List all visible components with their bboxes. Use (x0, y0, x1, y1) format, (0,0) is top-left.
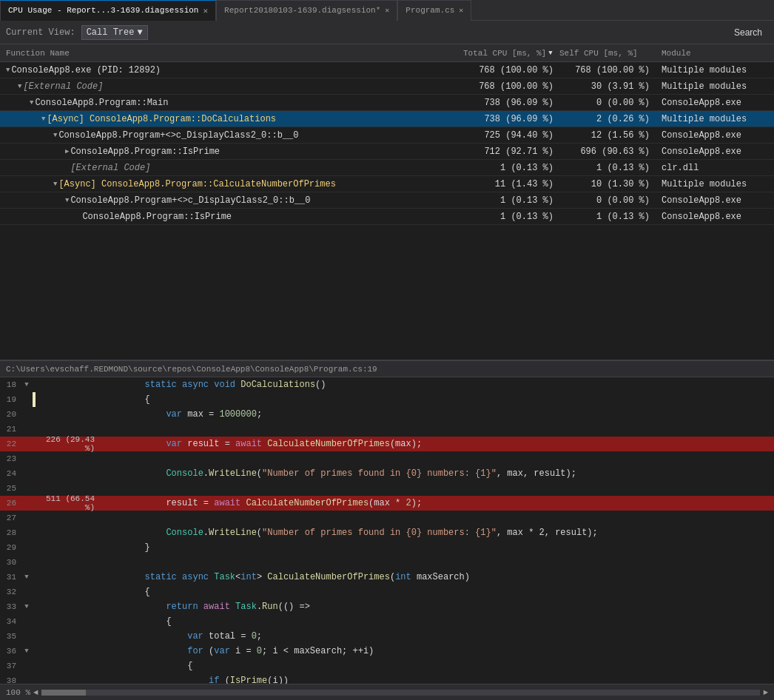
token: . (203, 468, 209, 479)
line-number: 29 (0, 543, 21, 552)
zoom-level: 100 % (6, 688, 30, 697)
token (102, 468, 166, 479)
fold-button[interactable]: ▼ (21, 647, 33, 655)
token: DoCalculations (240, 380, 315, 390)
module-value: ConsoleApp8.exe (656, 147, 774, 157)
expand-icon[interactable]: ▼ (53, 181, 57, 188)
table-row[interactable]: ▼ [Async] ConsoleApp8.Program::DoCalcula… (0, 111, 774, 127)
col-header-total[interactable]: Total CPU [ms, %] ▼ (463, 49, 559, 58)
token: 0 (257, 646, 262, 656)
function-name: ConsoleApp8.Program::Main (35, 98, 168, 108)
code-line: 35 var total = 0; (0, 629, 774, 644)
scrollbar-thumb[interactable] (41, 690, 86, 696)
code-lines: 18▼ static async void DoCalculations()19… (0, 377, 774, 684)
line-number: 31 (0, 573, 21, 582)
table-row[interactable]: ▼ ConsoleApp8.Program+<>c_DisplayClass2_… (0, 192, 774, 209)
line-number: 26 (0, 499, 21, 508)
token: maxSearch) (411, 572, 470, 582)
code-line: 33▼ return await Task.Run(() => (0, 599, 774, 614)
col-header-self[interactable]: Self CPU [ms, %] (559, 49, 656, 58)
expand-icon[interactable]: ▼ (65, 197, 69, 204)
total-cpu-value: 738 (96.09 %) (463, 98, 559, 108)
total-cpu-value: 1 (0.13 %) (463, 195, 559, 206)
total-cpu-value: 725 (94.40 %) (463, 130, 559, 141)
token (102, 409, 166, 420)
scroll-right-icon[interactable]: ► (763, 688, 768, 697)
expand-icon[interactable] (65, 164, 69, 172)
expand-icon[interactable] (77, 213, 81, 221)
expand-icon[interactable]: ▼ (18, 83, 21, 90)
expand-icon[interactable]: ▼ (41, 115, 45, 123)
tab-close[interactable]: ✕ (459, 6, 463, 15)
total-cpu-value: 1 (0.13 %) (463, 212, 559, 222)
token (102, 528, 166, 538)
function-name: ConsoleApp8.exe (PID: 12892) (11, 65, 161, 75)
table-row[interactable]: ▶ ConsoleApp8.Program::IsPrime 712 (92.7… (0, 144, 774, 160)
token: Task (235, 602, 257, 612)
current-view-label: Current View: (6, 27, 75, 38)
token (102, 498, 166, 508)
table-row[interactable]: ConsoleApp8.Program::IsPrime 1 (0.13 %) … (0, 209, 774, 225)
expand-icon[interactable]: ▼ (6, 67, 10, 74)
token (102, 631, 187, 642)
token: . (257, 602, 262, 612)
expand-icon[interactable]: ▼ (53, 132, 57, 139)
token: "Number of primes found in {0} numbers: … (262, 528, 497, 538)
module-value: Multiple modules (656, 65, 774, 75)
table-row[interactable]: ▼ [Async] ConsoleApp8.Program::Calculate… (0, 176, 774, 192)
tab-cpu-report[interactable]: CPU Usage - Report...3-1639.diagsession … (0, 0, 216, 21)
table-row[interactable]: [External Code] 1 (0.13 %) 1 (0.13 %) cl… (0, 160, 774, 176)
code-text: static async Task<int> CalculateNumberOf… (99, 572, 774, 582)
tab-label: Report20180103-1639.diagsession* (224, 6, 380, 15)
total-cpu-value: 1 (0.13 %) (463, 163, 559, 173)
table-row[interactable]: ▼ ConsoleApp8.exe (PID: 12892) 768 (100.… (0, 62, 774, 78)
table-row[interactable]: ▼ [External Code] 768 (100.00 %) 30 (3.9… (0, 78, 774, 95)
view-dropdown[interactable]: Call Tree ▼ (81, 25, 148, 40)
code-line: 19 { (0, 392, 774, 407)
tab-report[interactable]: Report20180103-1639.diagsession* ✕ (216, 0, 397, 21)
code-text: Console.WriteLine("Number of primes foun… (99, 468, 774, 479)
table-row[interactable]: ▼ ConsoleApp8.Program+<>c_DisplayClass2_… (0, 127, 774, 144)
expand-icon[interactable]: ▼ (30, 99, 33, 107)
tab-program-cs[interactable]: Program.cs ✕ (397, 0, 471, 21)
token: if (209, 676, 219, 684)
heat-value: 226 (29.43 %) (33, 435, 99, 453)
token: . (203, 528, 209, 538)
view-option-label: Call Tree (87, 27, 135, 38)
line-number: 19 (0, 395, 21, 404)
function-name: ConsoleApp8.Program::IsPrime (82, 212, 232, 222)
token: var (166, 439, 182, 449)
fold-button[interactable]: ▼ (21, 603, 33, 610)
title-bar: CPU Usage - Report...3-1639.diagsession … (0, 0, 774, 21)
search-button[interactable]: Search (728, 24, 768, 41)
token (230, 602, 235, 612)
tab-close[interactable]: ✕ (385, 6, 389, 15)
code-text: result = await CalculateNumberOfPrimes(m… (99, 498, 774, 508)
token (102, 380, 145, 390)
token (102, 439, 166, 449)
module-value: ConsoleApp8.exe (656, 98, 774, 108)
token (198, 602, 203, 612)
token: await (235, 439, 262, 449)
module-value: ConsoleApp8.exe (656, 212, 774, 222)
fold-button[interactable]: ▼ (21, 381, 33, 388)
scrollbar-track[interactable] (41, 690, 761, 696)
scroll-left-icon[interactable]: ◄ (33, 688, 38, 697)
code-text: { (99, 661, 774, 671)
line-number: 33 (0, 602, 21, 611)
line-number: 34 (0, 617, 21, 626)
fold-button[interactable]: ▼ (21, 573, 33, 581)
table-row[interactable]: ▼ ConsoleApp8.Program::Main 738 (96.09 %… (0, 95, 774, 111)
col-header-function[interactable]: Function Name (0, 49, 463, 58)
code-text: for (var i = 0; i < maxSearch; ++i) (99, 646, 774, 656)
token: { (102, 587, 150, 597)
expand-icon[interactable]: ▶ (65, 147, 69, 155)
token: ; (257, 409, 262, 420)
function-name: [Async] ConsoleApp8.Program::CalculateNu… (58, 179, 335, 189)
code-text: return await Task.Run(() => (99, 602, 774, 612)
module-value: clr.dll (656, 163, 774, 173)
token: int (240, 572, 257, 582)
token: , max * 2, result); (497, 528, 598, 538)
total-cpu-value: 712 (92.71 %) (463, 147, 559, 157)
self-cpu-value: 768 (100.00 %) (559, 65, 656, 75)
